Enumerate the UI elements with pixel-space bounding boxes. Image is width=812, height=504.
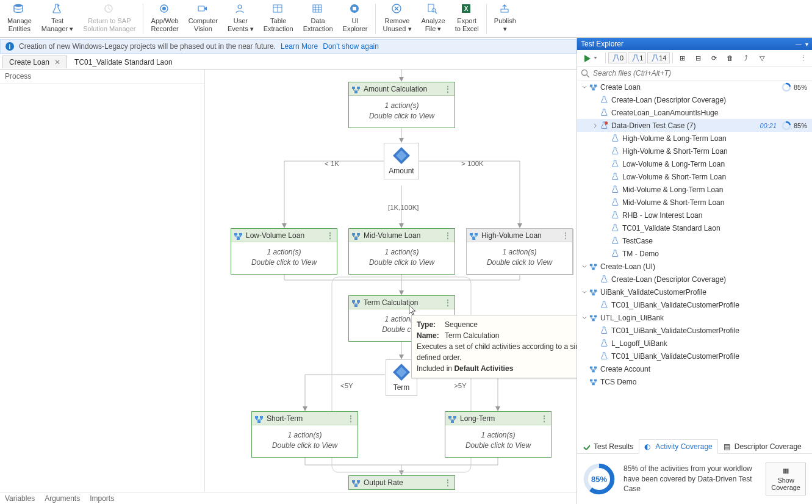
tool-remove-unused[interactable]: RemoveUnused ▾: [378, 1, 417, 34]
tree-item-label: UiBank_ValidateCustomerProfile: [600, 288, 807, 297]
search-icon: [581, 69, 589, 77]
tool-app-web-recorder[interactable]: App/WebRecorder: [146, 1, 183, 34]
tree-item-label: TCS Demo: [600, 378, 807, 386]
more-icon[interactable]: ⋮: [444, 478, 452, 487]
tree-item[interactable]: CreateLoan_LoanAmountIsHuge: [577, 106, 812, 119]
chevron-down-icon[interactable]: [581, 84, 588, 91]
tab-test-results[interactable]: Test Results: [577, 439, 639, 454]
activity-long-term[interactable]: Long-Term⋮ 1 action(s)Double click to Vi…: [445, 411, 552, 458]
panel-menu[interactable]: ⋮: [797, 52, 810, 64]
filter-button[interactable]: ▽: [755, 52, 769, 64]
minimize-icon[interactable]: —: [796, 41, 802, 48]
decision-amount[interactable]: Amount: [384, 143, 419, 179]
tree-item[interactable]: Mid-Volume & Short-Term Loan: [577, 196, 812, 209]
chevron-down-icon[interactable]: [581, 263, 588, 270]
tree-item[interactable]: Low-Volume & Long-Term Loan: [577, 157, 812, 170]
tree-item[interactable]: TC01_UiBank_ValidateCustomerProfile: [577, 350, 812, 362]
tab-descriptor-coverage[interactable]: ▤Descriptor Coverage: [718, 439, 807, 454]
more-icon[interactable]: ⋮: [347, 414, 355, 423]
activity-output-rate[interactable]: Output Rate⋮: [348, 475, 455, 490]
flask-icon: [600, 326, 609, 335]
tool-publish[interactable]: Publish▾: [489, 1, 521, 34]
tree-item[interactable]: UiBank_ValidateCustomerProfile: [577, 286, 812, 298]
tree-item[interactable]: L_Logoff_UiBank: [577, 337, 812, 350]
pin-icon[interactable]: ▾: [805, 41, 808, 48]
result-tabs: Test Results ◐Activity Coverage ▤Descrip…: [577, 439, 812, 454]
tool-user-events[interactable]: UserEvents ▾: [223, 1, 259, 34]
tree-item-label: High-Volume & Short-Term Loan: [622, 147, 807, 156]
flask-icon: [611, 250, 620, 258]
chevron-right-icon[interactable]: [592, 122, 599, 129]
tab-activity-coverage[interactable]: ◐Activity Coverage: [639, 439, 717, 454]
tool-test-manager[interactable]: TestManager ▾: [37, 1, 78, 34]
activity-high-volume-loan[interactable]: High-Volume Loan⋮ 1 action(s)Double clic…: [466, 228, 573, 275]
more-icon[interactable]: ⋮: [444, 298, 452, 307]
tree-item[interactable]: High-Volume & Long-Term Loan: [577, 132, 812, 145]
activity-mid-volume-loan[interactable]: Mid-Volume Loan⋮ 1 action(s)Double click…: [348, 228, 455, 275]
tree-item[interactable]: Data-Driven Test Case (7)00:2185%: [577, 119, 812, 132]
chevron-down-icon[interactable]: [581, 289, 588, 296]
filter-failed[interactable]: 0: [608, 52, 627, 63]
tool-export-excel[interactable]: Exportto Excel: [450, 1, 484, 34]
tree-item-label: High-Volume & Long-Term Loan: [622, 134, 807, 143]
expand-button[interactable]: ⊞: [675, 52, 690, 64]
info-dont-show-link[interactable]: Don't show again: [323, 42, 379, 51]
tree-item[interactable]: Low-Volume & Short-Term Loan: [577, 170, 812, 183]
close-icon[interactable]: ✕: [54, 58, 60, 67]
info-learn-more-link[interactable]: Learn More: [281, 42, 318, 51]
tree-item[interactable]: Create Loan85%: [577, 81, 812, 93]
filter-all[interactable]: 14: [647, 52, 669, 63]
tree-item[interactable]: TCS Demo: [577, 375, 812, 388]
tree-item[interactable]: Create-Loan (Descriptor Coverage): [577, 273, 812, 286]
tool-ui-explorer[interactable]: UIExplorer: [338, 1, 373, 34]
tree-item[interactable]: TestCase: [577, 234, 812, 247]
tree-item[interactable]: RHB - Low Interest Loan: [577, 209, 812, 221]
tree-item[interactable]: TC01_Validate Standard Laon: [577, 221, 812, 234]
tree-item[interactable]: Mid-Volume & Long-Term Loan: [577, 183, 812, 196]
left-gutter: Process: [0, 70, 205, 492]
coverage-donut: 85%: [583, 463, 615, 495]
show-coverage-button[interactable]: ▦ ShowCoverage: [766, 463, 806, 495]
search-input[interactable]: [593, 69, 808, 77]
flask-icon: [611, 224, 620, 232]
more-icon[interactable]: ⋮: [444, 85, 452, 93]
chevron-down-icon[interactable]: [581, 314, 588, 322]
tree-item[interactable]: Create-Loan (Descriptor Coverage): [577, 93, 812, 106]
tree-item[interactable]: UTL_Login_UiBank: [577, 311, 812, 324]
flask-icon: [611, 147, 620, 156]
tree-item[interactable]: Create Account: [577, 362, 812, 375]
panel-title-bar[interactable]: Test Explorer —▾: [577, 38, 812, 50]
tool-analyze-file[interactable]: AnalyzeFile ▾: [417, 1, 450, 34]
activity-low-volume-loan[interactable]: Low-Volume Loan⋮ 1 action(s)Double click…: [231, 228, 337, 275]
flask-icon: [600, 339, 609, 348]
tree-item[interactable]: High-Volume & Short-Term Loan: [577, 145, 812, 157]
more-icon[interactable]: ⋮: [541, 414, 548, 423]
bottom-tab-imports[interactable]: Imports: [90, 494, 114, 503]
tab-create-loan[interactable]: Create Loan ✕: [2, 56, 67, 68]
more-icon[interactable]: ⋮: [444, 231, 452, 240]
activity-short-term[interactable]: Short-Term⋮ 1 action(s)Double click to V…: [251, 411, 358, 458]
activity-amount-calculation[interactable]: Amount Calculation⋮ 1 action(s)Double cl…: [348, 82, 455, 128]
delete-button[interactable]: 🗑: [723, 52, 738, 64]
tree-item-label: CreateLoan_LoanAmountIsHuge: [611, 109, 807, 117]
tree-item[interactable]: TC01_UiBank_ValidateCustomerProfile: [577, 298, 812, 311]
bottom-tab-arguments[interactable]: Arguments: [45, 494, 80, 503]
tree-item[interactable]: TC01_UiBank_ValidateCustomerProfile: [577, 324, 812, 337]
filter-passed[interactable]: 1: [628, 52, 646, 63]
tool-manage-entities[interactable]: ManageEntities: [2, 1, 37, 34]
tool-table-extraction[interactable]: TableExtraction: [259, 1, 298, 34]
workflow-canvas[interactable]: Amount Calculation⋮ 1 action(s)Double cl…: [205, 70, 577, 492]
test-tree[interactable]: Create Loan85%Create-Loan (Descriptor Co…: [577, 81, 812, 439]
tree-item[interactable]: TM - Demo: [577, 247, 812, 260]
refresh-button[interactable]: ⟳: [707, 52, 722, 64]
tree-item[interactable]: Create-Loan (UI): [577, 260, 812, 273]
bottom-tab-variables[interactable]: Variables: [5, 494, 35, 503]
collapse-button[interactable]: ⊟: [691, 52, 706, 64]
more-icon[interactable]: ⋮: [326, 231, 334, 240]
more-icon[interactable]: ⋮: [562, 231, 570, 240]
export-button[interactable]: ⤴: [739, 52, 753, 64]
tool-data-extraction[interactable]: DataExtraction: [298, 1, 338, 34]
tool-computer-vision[interactable]: ComputerVision: [184, 1, 223, 34]
run-button[interactable]: [580, 52, 603, 64]
tab-tc01-validate[interactable]: TC01_Validate Standard Laon: [68, 56, 179, 68]
